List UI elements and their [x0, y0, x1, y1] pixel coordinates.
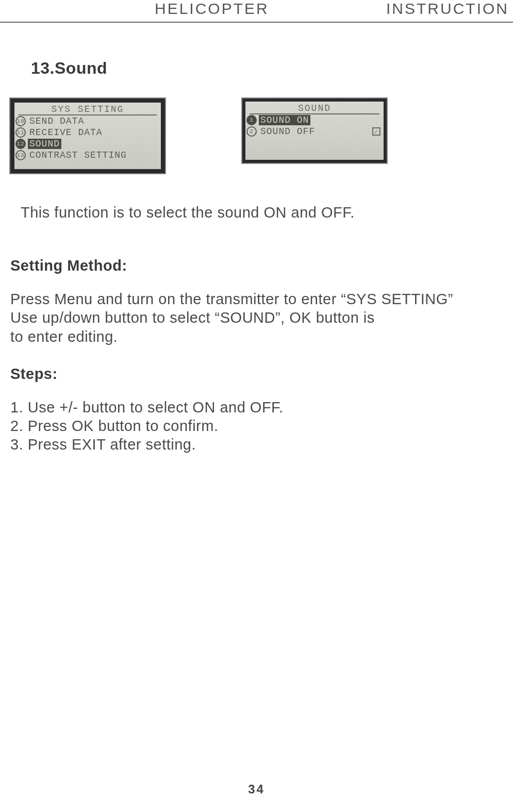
page-header: HELICOPTER INSTRUCTION [0, 0, 513, 23]
lcd1-text-sound: SOUND [28, 139, 61, 149]
setting-method-heading: Setting Method: [10, 257, 503, 274]
step-1: 1. Use +/- button to select ON and OFF. [10, 398, 503, 417]
function-description: This function is to select the sound ON … [21, 204, 503, 221]
checkbox-icon: ✓ [372, 127, 380, 136]
lcd1-text-receive-data: RECEIVE DATA [28, 127, 104, 138]
lcd-screen-sys-setting: SYS SETTING 10 SEND DATA 11 RECEIVE DATA… [10, 98, 165, 173]
setting-method-line1: Press Menu and turn on the transmitter t… [10, 290, 503, 308]
lcd1-num-12: 12 [15, 139, 26, 149]
steps-heading: Steps: [10, 366, 503, 383]
lcd2-num-1: 1 [246, 115, 257, 125]
lcd2-text-sound-off: SOUND OFF [259, 126, 317, 137]
lcd1-row-contrast: 13 CONTRAST SETTING [14, 150, 161, 161]
page-number: 34 [0, 782, 513, 797]
lcd1-title-wrap: SYS SETTING [14, 103, 161, 115]
lcd-screen-sound: SOUND 1 SOUND ON 2 SOUND OFF ✓ [242, 98, 387, 163]
lcd2-title: SOUND [245, 102, 384, 113]
section-title: 13.Sound [31, 59, 503, 78]
lcd1-num-10: 10 [15, 116, 26, 126]
setting-method-body: Press Menu and turn on the transmitter t… [10, 290, 503, 346]
lcd1-title: SYS SETTING [14, 103, 161, 114]
lcd-screens-row: SYS SETTING 10 SEND DATA 11 RECEIVE DATA… [10, 98, 503, 173]
steps-list: 1. Use +/- button to select ON and OFF. … [10, 398, 503, 454]
lcd2-row-sound-off: 2 SOUND OFF ✓ [245, 126, 384, 137]
lcd1-text-contrast: CONTRAST SETTING [28, 150, 128, 160]
header-right: INSTRUCTION [386, 0, 509, 18]
lcd1-row-receive-data: 11 RECEIVE DATA [14, 127, 161, 138]
lcd2-row-sound-on: 1 SOUND ON [245, 114, 384, 126]
lcd2-num-2: 2 [246, 126, 257, 137]
lcd1-num-13: 13 [15, 150, 26, 160]
lcd1-row-send-data: 10 SEND DATA [14, 115, 161, 127]
lcd1-text-send-data: SEND DATA [28, 116, 86, 126]
lcd1-num-11: 11 [15, 127, 26, 138]
step-3: 3. Press EXIT after setting. [10, 435, 503, 454]
setting-method-line3: to enter editing. [10, 327, 503, 346]
lcd1-row-sound: 12 SOUND [14, 138, 161, 150]
lcd1-underline [19, 114, 157, 115]
header-left: HELICOPTER [155, 0, 269, 18]
lcd2-text-sound-on: SOUND ON [259, 115, 310, 125]
step-2: 2. Press OK button to confirm. [10, 417, 503, 435]
lcd2-title-wrap: SOUND [245, 102, 384, 114]
setting-method-line2: Use up/down button to select “SOUND”, OK… [10, 308, 503, 327]
page-content: 13.Sound SYS SETTING 10 SEND DATA 11 REC… [0, 59, 513, 454]
